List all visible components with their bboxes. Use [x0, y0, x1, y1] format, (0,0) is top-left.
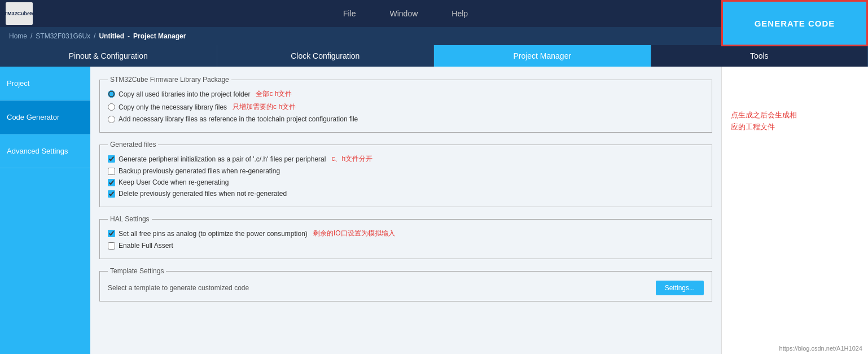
breadcrumb-home[interactable]: Home	[9, 32, 27, 40]
hal-label-0: Set all free pins as analog (to optimize…	[119, 230, 308, 238]
firmware-label-2: Add necessary library files as reference…	[119, 115, 358, 123]
gen-label-0: Generate peripheral initialization as a …	[119, 155, 326, 163]
right-annotation: 点生成之后会生成相应的工程文件	[731, 110, 859, 133]
firmware-radio-1[interactable]	[108, 103, 115, 111]
app-logo: STM32 CubeMX	[6, 2, 33, 25]
tab-bar: Pinout & Configuration Clock Configurati…	[0, 45, 868, 67]
bottom-url: https://blog.csdn.net/A1H1024	[779, 345, 862, 352]
breadcrumb-dash: -	[128, 32, 130, 40]
tab-project-manager[interactable]: Project Manager	[434, 45, 651, 67]
gen-check-0[interactable]	[108, 155, 115, 163]
breadcrumb-project: Untitled	[99, 32, 124, 40]
menu-file[interactable]: File	[343, 9, 356, 18]
template-section: Template Settings Select a template to g…	[99, 267, 712, 301]
breadcrumb-bar: Home / STM32F031G6Ux / Untitled - Projec…	[0, 27, 868, 45]
gen-annotation-0: c、h文件分开	[331, 154, 372, 164]
gen-option-3: Delete previously generated files when n…	[108, 190, 704, 198]
gen-option-0: Generate peripheral initialization as a …	[108, 154, 704, 164]
template-legend: Template Settings	[108, 267, 166, 275]
right-panel: 点生成之后会生成相应的工程文件	[721, 67, 868, 354]
hal-option-1: Enable Full Assert	[108, 242, 704, 250]
firmware-option-2: Add necessary library files as reference…	[108, 115, 704, 123]
breadcrumb-section: Project Manager	[133, 32, 186, 40]
hal-check-1[interactable]	[108, 242, 115, 250]
gen-option-2: Keep User Code when re-generating	[108, 178, 704, 186]
generated-files-legend: Generated files	[108, 141, 158, 148]
sidebar: Project Code Generator Advanced Settings	[0, 67, 90, 354]
firmware-label-1: Copy only the necessary library files	[119, 103, 227, 111]
content-area: STM32Cube Firmware Library Package Copy …	[90, 67, 721, 354]
generate-code-wrapper: GENERATE CODE	[721, 0, 868, 46]
hal-annotation-0: 剩余的IO口设置为模拟输入	[313, 229, 395, 238]
generate-code-button[interactable]: GENERATE CODE	[721, 0, 868, 46]
firmware-radio-2[interactable]	[108, 116, 115, 123]
gen-check-1[interactable]	[108, 168, 115, 175]
gen-label-1: Backup previously generated files when r…	[119, 167, 280, 175]
sidebar-item-project[interactable]: Project	[0, 67, 90, 100]
firmware-annotation-1: 只增加需要的c h文件	[233, 102, 296, 112]
hal-option-0: Set all free pins as analog (to optimize…	[108, 229, 704, 238]
firmware-legend: STM32Cube Firmware Library Package	[108, 76, 231, 84]
breadcrumb-sep2: /	[94, 32, 95, 40]
breadcrumb-chip[interactable]: STM32F031G6Ux	[36, 32, 90, 40]
main-menu: File Window Help	[50, 9, 761, 18]
hal-legend: HAL Settings	[108, 215, 152, 223]
firmware-label-0: Copy all used libraries into the project…	[119, 90, 250, 98]
generated-files-section: Generated files Generate peripheral init…	[99, 141, 712, 207]
breadcrumb-sep1: /	[30, 32, 32, 40]
menu-window[interactable]: Window	[389, 9, 418, 18]
menu-help[interactable]: Help	[451, 9, 468, 18]
hal-check-0[interactable]	[108, 230, 115, 237]
firmware-radio-0[interactable]	[108, 90, 115, 98]
tab-tools[interactable]: Tools	[651, 45, 869, 67]
hal-label-1: Enable Full Assert	[119, 242, 173, 250]
firmware-annotation-0: 全部c h文件	[256, 89, 292, 99]
tab-clock[interactable]: Clock Configuration	[217, 45, 435, 67]
template-row: Select a template to generate customized…	[108, 281, 704, 295]
tab-pinout[interactable]: Pinout & Configuration	[0, 45, 217, 67]
gen-option-1: Backup previously generated files when r…	[108, 167, 704, 175]
firmware-option-0: Copy all used libraries into the project…	[108, 89, 704, 99]
template-text: Select a template to generate customized…	[108, 284, 249, 292]
logo-area: STM32 CubeMX	[6, 2, 33, 25]
firmware-section: STM32Cube Firmware Library Package Copy …	[99, 76, 712, 133]
firmware-option-1: Copy only the necessary library files 只增…	[108, 102, 704, 112]
sidebar-item-code-generator[interactable]: Code Generator	[0, 100, 90, 134]
sidebar-item-advanced-settings[interactable]: Advanced Settings	[0, 134, 90, 168]
gen-check-3[interactable]	[108, 190, 115, 198]
hal-section: HAL Settings Set all free pins as analog…	[99, 215, 712, 259]
gen-check-2[interactable]	[108, 179, 115, 186]
main-layout: Project Code Generator Advanced Settings…	[0, 67, 868, 354]
gen-label-2: Keep User Code when re-generating	[119, 178, 229, 186]
gen-label-3: Delete previously generated files when n…	[119, 190, 287, 198]
settings-button[interactable]: Settings...	[656, 281, 704, 295]
